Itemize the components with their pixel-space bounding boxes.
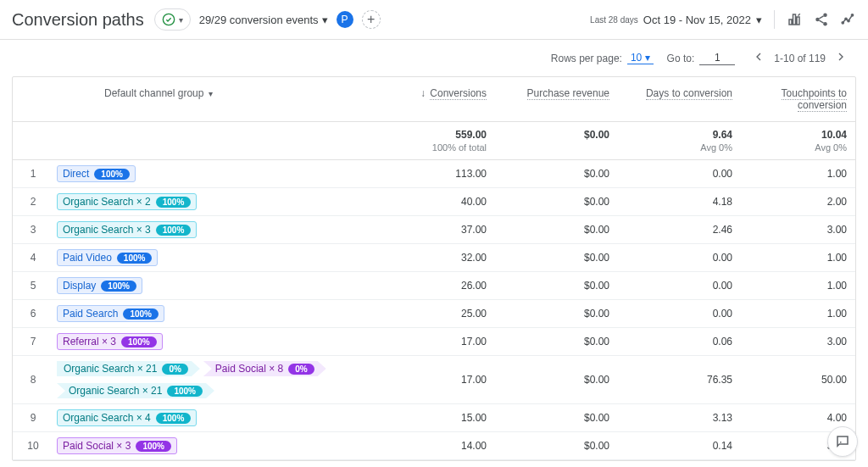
path-segment-label: Organic Search × 4 xyxy=(63,412,151,424)
total-conversions-sub: 100% of total xyxy=(381,142,487,153)
status-chip[interactable]: ▾ xyxy=(154,8,191,31)
path-segment: Direct100% xyxy=(57,165,136,182)
cell-revenue: $0.00 xyxy=(495,407,618,429)
path-segment-label: Display xyxy=(63,280,96,292)
cell-touchpoints: 4.00 xyxy=(741,407,855,429)
path-segment-pct: 100% xyxy=(136,441,171,452)
prev-page-button[interactable] xyxy=(748,48,769,68)
cell-days: 0.00 xyxy=(618,303,741,325)
path-segment-label: Referral × 3 xyxy=(63,336,116,347)
table-row[interactable]: 8Organic Search × 210%Paid Social × 80%O… xyxy=(13,356,855,404)
cell-days: 0.00 xyxy=(618,275,741,297)
row-index: 8 xyxy=(13,369,53,391)
table-row[interactable]: 9Organic Search × 4100%15.00$0.003.134.0… xyxy=(13,404,855,432)
cell-revenue: $0.00 xyxy=(495,247,618,269)
chevron-down-icon: ▾ xyxy=(645,52,650,64)
cell-touchpoints: 1.00 xyxy=(741,247,855,269)
rows-per-page-value: 10 xyxy=(631,52,642,64)
svg-point-1 xyxy=(823,14,827,18)
table-row[interactable]: 1Direct100%113.00$0.000.001.00 xyxy=(13,160,855,188)
svg-point-5 xyxy=(845,18,847,19)
col-conversions[interactable]: ↓ Conversions xyxy=(372,77,495,109)
table-row[interactable]: 7Referral × 3100%17.00$0.000.063.00 xyxy=(13,328,855,356)
speech-bubble-icon xyxy=(835,434,850,449)
table-row[interactable]: 3Organic Search × 3100%37.00$0.002.463.0… xyxy=(13,216,855,244)
share-icon[interactable] xyxy=(814,12,829,27)
date-range-text: Oct 19 - Nov 15, 2022 xyxy=(643,14,751,26)
chevron-right-icon xyxy=(834,50,848,64)
cell-touchpoints: 2.00 xyxy=(741,191,855,213)
row-index: 6 xyxy=(13,303,53,325)
table-row[interactable]: 2Organic Search × 2100%40.00$0.004.182.0… xyxy=(13,188,855,216)
path-segment-label: Paid Search xyxy=(63,308,118,320)
path-segment-pct: 100% xyxy=(156,225,192,236)
table-row[interactable]: 5Display100%26.00$0.000.001.00 xyxy=(13,272,855,300)
page-title: Conversion paths xyxy=(12,10,146,30)
chevron-down-icon: ▾ xyxy=(756,14,762,26)
path-segment: Paid Video100% xyxy=(57,249,158,266)
date-range-picker[interactable]: Last 28 days Oct 19 - Nov 15, 2022 ▾ xyxy=(590,14,762,26)
path-segment-pct: 100% xyxy=(117,253,153,264)
conversion-events-label: 29/29 conversion events xyxy=(199,14,319,26)
path-segment: Organic Search × 210% xyxy=(57,361,200,376)
insights-icon[interactable] xyxy=(841,12,856,27)
row-index: 4 xyxy=(13,247,53,269)
path-cell: Organic Search × 4100% xyxy=(53,404,372,431)
path-segment-pct: 100% xyxy=(123,309,159,320)
total-days-sub: Avg 0% xyxy=(626,142,732,153)
dimension-picker[interactable]: Default channel group ▾ xyxy=(53,77,372,109)
path-segment-label: Organic Search × 21 xyxy=(64,363,157,375)
col-days-to-conversion[interactable]: Days to conversion xyxy=(618,77,741,109)
path-segment-pct: 100% xyxy=(156,197,192,208)
path-segment-label: Organic Search × 21 xyxy=(69,385,162,397)
col-touchpoints-to-conversion[interactable]: Touchpoints to conversion xyxy=(741,77,855,121)
cell-touchpoints: 3.00 xyxy=(741,219,855,241)
cell-touchpoints: 1.00 xyxy=(741,163,855,185)
goto-label: Go to: xyxy=(667,53,695,64)
col-purchase-revenue[interactable]: Purchase revenue xyxy=(495,77,618,109)
cell-revenue: $0.00 xyxy=(495,369,618,391)
path-segment-label: Organic Search × 3 xyxy=(63,224,151,236)
plus-icon: + xyxy=(367,12,375,27)
row-index: 3 xyxy=(13,219,53,241)
path-segment: Paid Search100% xyxy=(57,305,164,322)
page-range-label: 1-10 of 119 xyxy=(774,53,826,64)
conversion-events-dropdown[interactable]: 29/29 conversion events ▾ xyxy=(199,14,328,26)
path-segment: Organic Search × 21100% xyxy=(57,383,214,398)
path-segment-label: Paid Video xyxy=(63,252,112,264)
add-segment-button[interactable]: + xyxy=(362,10,381,29)
conversion-paths-table: Default channel group ▾ ↓ Conversions Pu… xyxy=(12,76,856,461)
feedback-button[interactable] xyxy=(827,426,858,457)
path-cell: Referral × 3100% xyxy=(53,328,372,355)
cell-conversions: 17.00 xyxy=(372,331,495,353)
cell-conversions: 26.00 xyxy=(372,275,495,297)
cell-conversions: 37.00 xyxy=(372,219,495,241)
segment-badge[interactable]: P xyxy=(337,11,353,28)
next-page-button[interactable] xyxy=(831,48,851,68)
table-row[interactable]: 6Paid Search100%25.00$0.000.001.00 xyxy=(13,300,855,328)
cell-revenue: $0.00 xyxy=(495,191,618,213)
rows-per-page-select[interactable]: 10 ▾ xyxy=(627,52,654,64)
path-segment: Organic Search × 3100% xyxy=(57,221,197,238)
path-cell: Paid Social × 3100% xyxy=(53,432,372,459)
path-segment: Referral × 3100% xyxy=(57,333,163,350)
path-segment-label: Organic Search × 2 xyxy=(63,196,151,208)
chevron-down-icon: ▾ xyxy=(209,89,213,98)
cell-revenue: $0.00 xyxy=(495,219,618,241)
table-row[interactable]: 10Paid Social × 3100%14.00$0.000.143.00 xyxy=(13,432,855,460)
path-segment-pct: 100% xyxy=(121,336,157,347)
cell-days: 3.13 xyxy=(618,407,741,429)
edit-comparisons-icon[interactable] xyxy=(787,12,802,27)
svg-point-6 xyxy=(848,19,849,21)
cell-days: 4.18 xyxy=(618,191,741,213)
path-cell: Paid Video100% xyxy=(53,244,372,271)
sort-desc-icon: ↓ xyxy=(420,87,426,99)
table-row[interactable]: 4Paid Video100%32.00$0.000.001.00 xyxy=(13,244,855,272)
goto-input[interactable] xyxy=(699,51,735,65)
rows-per-page-label: Rows per page: xyxy=(551,53,622,64)
cell-days: 2.46 xyxy=(618,219,741,241)
cell-touchpoints: 1.00 xyxy=(741,275,855,297)
path-cell: Organic Search × 3100% xyxy=(53,216,372,243)
total-touchpoints-sub: Avg 0% xyxy=(749,142,847,153)
cell-conversions: 32.00 xyxy=(372,247,495,269)
